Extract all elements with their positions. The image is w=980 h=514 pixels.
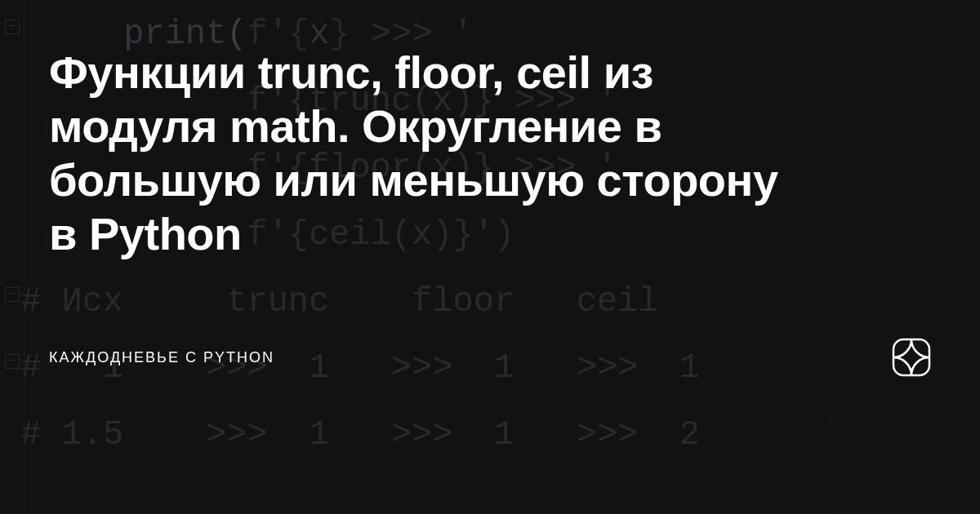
- source-row: КАЖДОДНЕВЬЕ С PYTHON: [49, 338, 931, 377]
- content-overlay: Функции trunc, floor, ceil из модуля mat…: [0, 0, 980, 514]
- page-title: Функции trunc, floor, ceil из модуля mat…: [49, 46, 784, 261]
- source-label: КАЖДОДНЕВЬЕ С PYTHON: [49, 349, 274, 366]
- zen-logo-icon: [892, 338, 931, 377]
